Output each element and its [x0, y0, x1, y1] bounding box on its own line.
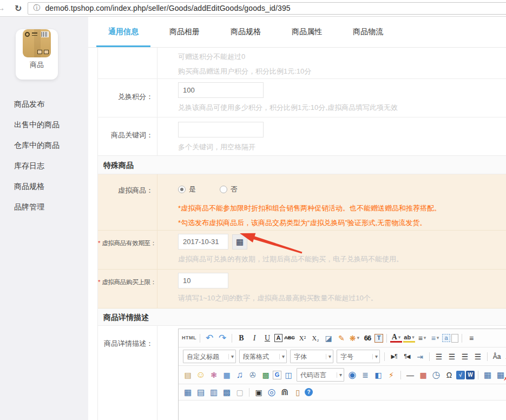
screenshot-icon[interactable]: ⚡: [385, 369, 397, 381]
formula-icon[interactable]: √: [456, 371, 465, 379]
sidebar-item-stock-log[interactable]: 库存日志: [0, 156, 88, 176]
virtual-goods-label: 虚拟商品：: [98, 174, 157, 230]
sidebar-item-brand-management[interactable]: 品牌管理: [0, 197, 88, 218]
paste-icon[interactable]: ▯: [292, 386, 304, 398]
letter-spacing-icon[interactable]: Âa: [504, 351, 506, 363]
anchor-icon[interactable]: a: [442, 334, 450, 342]
html-source-icon[interactable]: HTML: [182, 332, 196, 344]
code-language-dropdown[interactable]: 代码语言: [297, 368, 344, 382]
table-full-icon[interactable]: ▦: [182, 386, 194, 398]
ltr-paragraph-icon[interactable]: ▶¶: [388, 351, 400, 363]
exchange-points-input[interactable]: [178, 82, 264, 98]
tab-goods-attr[interactable]: 商品属性: [280, 17, 334, 47]
tab-goods-gallery[interactable]: 商品相册: [157, 17, 212, 47]
align-justify-icon[interactable]: ☰: [472, 351, 484, 363]
undo-icon[interactable]: ↶: [203, 332, 215, 344]
align-center-icon[interactable]: ☰: [446, 351, 458, 363]
align-right-icon[interactable]: ☰: [459, 351, 471, 363]
scrawl-icon[interactable]: ❃: [208, 369, 220, 381]
virtual-limit-input[interactable]: [178, 273, 228, 288]
redo-icon[interactable]: ↷: [216, 332, 228, 344]
delete-table-icon[interactable]: ▦: [495, 369, 506, 381]
gmap-icon[interactable]: G: [273, 371, 281, 379]
strikethrough-icon[interactable]: ABC: [284, 332, 295, 344]
virtual-no-radio[interactable]: [220, 186, 227, 193]
custom-title-dropdown[interactable]: 自定义标题: [183, 350, 236, 363]
special-char-icon[interactable]: Ω: [443, 369, 455, 381]
map-icon[interactable]: ▩: [260, 369, 272, 381]
insert-image-icon[interactable]: ▤: [182, 369, 194, 381]
rtl-paragraph-icon[interactable]: ¶◀: [401, 351, 413, 363]
virtual-yes-label[interactable]: 是: [189, 185, 196, 193]
format-brush-icon[interactable]: ✎: [336, 332, 347, 344]
editor-content-area[interactable]: [179, 401, 506, 420]
auto-typeset-icon[interactable]: ❋: [349, 332, 360, 344]
paste-text-icon[interactable]: T: [374, 334, 383, 343]
font-border-icon[interactable]: A: [274, 334, 282, 342]
tab-goods-spec[interactable]: 商品规格: [219, 17, 273, 47]
reload-icon[interactable]: ↻: [15, 3, 22, 14]
insert-frame-icon[interactable]: ◫: [282, 369, 294, 381]
tab-goods-logistics[interactable]: 商品物流: [341, 17, 395, 47]
superscript-icon[interactable]: X²: [297, 332, 308, 344]
paragraph-format-dropdown[interactable]: 段落格式: [239, 350, 287, 363]
help-icon[interactable]: ?: [305, 388, 313, 396]
attachment-icon[interactable]: ✇: [247, 369, 259, 381]
editor-toolbar-row-1: HTML↶↷BIUAABCX²X₂◪✎❋66TAab≡≡a≡: [179, 329, 506, 347]
print-icon[interactable]: ▣: [253, 386, 265, 398]
separator: [386, 334, 387, 343]
table-header-row-icon[interactable]: ▤: [195, 386, 207, 398]
insert-table-icon[interactable]: ▦: [482, 369, 494, 381]
subscript-icon[interactable]: X₂: [310, 332, 321, 344]
page-disabled-icon[interactable]: ▢: [234, 386, 246, 398]
pagebreak-icon[interactable]: ≣: [359, 369, 371, 381]
font-family-dropdown[interactable]: 字体: [290, 350, 333, 363]
line-height-icon[interactable]: ≡: [465, 332, 477, 344]
eraser-icon[interactable]: ◪: [323, 332, 334, 344]
align-left-icon[interactable]: ☰: [433, 351, 445, 363]
page-info-icon[interactable]: ⓘ: [33, 3, 40, 13]
time-icon[interactable]: ◷: [430, 369, 442, 381]
indent-icon[interactable]: ⇥: [414, 351, 426, 363]
italic-icon[interactable]: I: [248, 332, 260, 344]
table-rows-icon[interactable]: ▥: [208, 386, 220, 398]
goods-app-card[interactable]: 商品: [16, 29, 58, 80]
goods-app-label: 商品: [16, 60, 58, 70]
virtual-no-label[interactable]: 否: [231, 185, 238, 193]
exchange-points-row: 兑换积分： 兑换该商品可使用多少积分，积分比例1元:10分,虚拟商品填写此项无效: [98, 79, 506, 117]
music-icon[interactable]: ♫: [234, 369, 246, 381]
forward-icon[interactable]: →: [0, 3, 6, 14]
unordered-list-icon[interactable]: ≡: [429, 332, 441, 344]
underline-icon[interactable]: U: [261, 332, 273, 344]
horizontal-rule-icon[interactable]: —: [404, 369, 416, 381]
highlight-color-icon[interactable]: ab: [403, 333, 415, 343]
tab-general-info[interactable]: 通用信息: [96, 17, 150, 47]
sidebar-item-on-sale-goods[interactable]: 出售中的商品: [0, 115, 88, 135]
virtual-yes-radio[interactable]: [178, 186, 186, 193]
ordered-list-icon[interactable]: ≡: [416, 332, 428, 344]
blockquote-icon[interactable]: 66: [362, 332, 373, 344]
template-icon[interactable]: ◧: [372, 369, 384, 381]
preview-icon[interactable]: ◎: [266, 386, 278, 398]
keywords-input[interactable]: [178, 122, 264, 137]
find-replace-icon[interactable]: ⋒: [279, 386, 291, 398]
calendar-icon[interactable]: ▦: [232, 234, 247, 250]
insert-video-icon[interactable]: ▦: [221, 369, 233, 381]
sidebar-item-warehouse-goods[interactable]: 仓库中的商品: [0, 135, 88, 156]
table-columns-icon[interactable]: ▩: [221, 386, 233, 398]
separator: [400, 371, 401, 379]
bold-icon[interactable]: B: [235, 332, 247, 344]
search-icon[interactable]: ◉: [346, 369, 358, 381]
date-icon[interactable]: ▦: [417, 369, 429, 381]
sidebar-item-goods-spec[interactable]: 商品规格: [0, 176, 88, 197]
sidebar-item-publish-goods[interactable]: 商品发布: [0, 94, 88, 115]
font-size-dropdown[interactable]: 字号: [337, 350, 380, 363]
word-image-icon[interactable]: W: [466, 371, 475, 379]
address-bar[interactable]: ⓘ demo6.tpshop.com/index.php/seller/Good…: [28, 2, 506, 15]
row-spacing-icon[interactable]: Âa: [491, 351, 503, 363]
virtual-goods-warning-2: *勾选发布虚拟商品后，该商品交易类型为“虚拟兑换码”验证形式,无需物流发货。: [178, 218, 506, 228]
font-color-icon[interactable]: A: [390, 333, 402, 343]
virtual-expire-date-input[interactable]: [178, 234, 228, 250]
new-page-icon[interactable]: [451, 334, 458, 343]
emoticon-icon[interactable]: ☺: [195, 369, 207, 381]
